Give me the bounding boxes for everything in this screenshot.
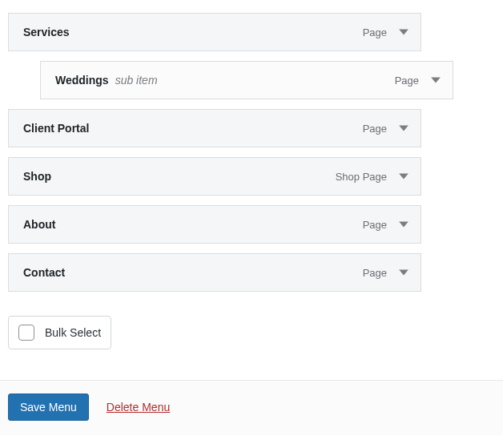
menu-item-type: Page <box>395 75 419 87</box>
menu-item-services[interactable]: Services Page <box>8 13 421 51</box>
bulk-select-checkbox[interactable] <box>18 325 34 341</box>
menu-item-client-portal[interactable]: Client Portal Page <box>8 109 421 147</box>
save-menu-button[interactable]: Save Menu <box>8 394 89 421</box>
chevron-down-icon[interactable] <box>398 171 409 182</box>
chevron-down-icon[interactable] <box>398 123 409 134</box>
bulk-select-label: Bulk Select <box>45 326 101 339</box>
menu-item-shop[interactable]: Shop Shop Page <box>8 157 421 196</box>
menu-item-type: Page <box>363 219 387 231</box>
menu-item-title: Shop <box>23 170 51 183</box>
menu-item-title: Services <box>23 26 70 38</box>
menu-item-contact[interactable]: Contact Page <box>8 253 421 292</box>
bulk-select-row: Bulk Select <box>8 316 111 349</box>
chevron-down-icon[interactable] <box>398 26 409 38</box>
menu-item-title: Weddings <box>55 74 109 87</box>
footer-actions: Save Menu Delete Menu <box>0 380 503 435</box>
delete-menu-link[interactable]: Delete Menu <box>107 401 170 414</box>
sub-item-label: sub item <box>115 74 158 87</box>
menu-item-title: Client Portal <box>23 122 89 135</box>
menu-item-weddings[interactable]: Weddings sub item Page <box>40 61 453 99</box>
chevron-down-icon[interactable] <box>398 219 409 230</box>
menu-items-list: Services Page Weddings sub item Page <box>8 13 495 292</box>
chevron-down-icon[interactable] <box>430 75 441 86</box>
menu-item-type: Page <box>363 267 387 279</box>
menu-item-type: Shop Page <box>336 171 387 183</box>
menu-item-type: Page <box>363 26 387 38</box>
menu-item-about[interactable]: About Page <box>8 205 421 244</box>
menu-item-type: Page <box>363 123 387 135</box>
menu-item-title: Contact <box>23 266 65 279</box>
chevron-down-icon[interactable] <box>398 267 409 278</box>
menu-item-title: About <box>23 218 55 231</box>
